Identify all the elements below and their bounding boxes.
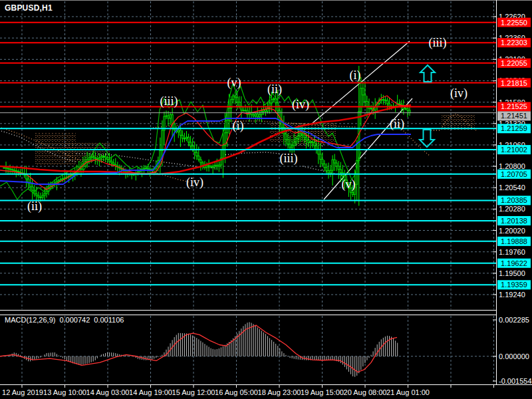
candle-body bbox=[291, 146, 293, 148]
time-label: 14 Aug 19:00 bbox=[129, 388, 172, 396]
up-arrow-icon[interactable] bbox=[420, 65, 435, 82]
candle-body bbox=[180, 130, 181, 136]
candle-body bbox=[44, 194, 45, 196]
wave-label: (iv) bbox=[186, 176, 203, 190]
candle-body bbox=[98, 158, 100, 159]
candle-body bbox=[287, 140, 289, 144]
candle-body bbox=[7, 168, 9, 169]
chart-canvas[interactable]: (ii)(iii)(iv)(i)(v)(ii)(iv)(iii)(v)(i)(i… bbox=[0, 0, 532, 399]
candle-body bbox=[104, 156, 106, 158]
support-price-badge-text: 1.21002 bbox=[501, 146, 527, 154]
wave-label: (v) bbox=[342, 178, 356, 192]
candle-body bbox=[380, 100, 382, 100]
candle-body bbox=[370, 108, 372, 109]
candle-body bbox=[178, 130, 179, 132]
candle-body bbox=[125, 171, 126, 172]
support-price-badge-text: 1.20385 bbox=[501, 196, 527, 204]
candle-body bbox=[170, 114, 171, 118]
candle-body bbox=[386, 100, 388, 104]
candle-body bbox=[338, 166, 339, 170]
candle-body bbox=[255, 114, 256, 116]
candle-body bbox=[46, 191, 47, 194]
candle-body bbox=[212, 166, 213, 168]
candle-body bbox=[233, 96, 234, 100]
candle-body bbox=[198, 156, 200, 160]
candle-body bbox=[32, 187, 33, 190]
candle-body bbox=[235, 96, 236, 97]
time-label: 19 Aug 15:00 bbox=[301, 388, 344, 396]
macd-name: MACD(12,26,9) bbox=[5, 316, 55, 324]
wave-label: (i) bbox=[233, 119, 244, 133]
candle-body bbox=[243, 110, 244, 111]
candle-body bbox=[188, 137, 189, 142]
macd-scale-label: 0.002285 bbox=[499, 316, 529, 324]
candle-body bbox=[297, 136, 299, 139]
candle-body bbox=[222, 146, 223, 158]
candle-body bbox=[166, 116, 167, 116]
wave-label: (ii) bbox=[27, 200, 42, 213]
candle-body bbox=[216, 165, 217, 166]
wave-label: (ii) bbox=[390, 117, 404, 131]
candle-body bbox=[364, 95, 366, 102]
candle-body bbox=[62, 179, 63, 180]
macd-scale-label: -0.001554 bbox=[499, 377, 532, 385]
candle-body bbox=[111, 161, 112, 163]
senkou-span-b-dotted bbox=[223, 152, 279, 155]
grid bbox=[0, 1, 496, 384]
chart-window: (ii)(iii)(iv)(i)(v)(ii)(iv)(iii)(v)(i)(i… bbox=[0, 0, 532, 399]
macd-main-value: 0.000742 bbox=[59, 316, 90, 324]
candle-body bbox=[320, 154, 321, 160]
cloud-dot-region bbox=[442, 115, 475, 130]
candle-body bbox=[289, 144, 291, 148]
candle-body bbox=[206, 166, 207, 168]
support-price-badge-text: 1.20705 bbox=[501, 170, 527, 178]
time-label: 20 Aug 08:00 bbox=[344, 388, 387, 396]
candle-body bbox=[273, 98, 275, 100]
time-label: 16 Aug 05:00 bbox=[215, 388, 258, 396]
price-scale[interactable]: 1.226201.223601.221001.218401.215801.213… bbox=[493, 13, 531, 299]
candle-body bbox=[100, 156, 102, 158]
candle-body bbox=[352, 192, 354, 194]
price-tick-label: 1.19240 bbox=[499, 291, 525, 299]
down-arrow-icon[interactable] bbox=[420, 130, 434, 147]
candle-body bbox=[384, 100, 386, 100]
time-label: 21 Aug 01:00 bbox=[386, 388, 430, 396]
candle-body bbox=[253, 114, 254, 116]
candle-body bbox=[25, 175, 27, 179]
candle-body bbox=[334, 160, 335, 163]
time-scale[interactable]: 12 Aug 201913 Aug 10:0014 Aug 03:0014 Au… bbox=[2, 385, 493, 396]
support-price-badge-text: 1.21259 bbox=[501, 124, 527, 132]
candle-body bbox=[314, 142, 315, 146]
candle-body bbox=[259, 114, 260, 116]
resistance-price-badge-text: 1.22055 bbox=[501, 59, 527, 67]
candle-body bbox=[245, 110, 246, 111]
candle-body bbox=[106, 158, 108, 159]
candle-body bbox=[60, 180, 61, 180]
candle-body bbox=[322, 160, 323, 164]
wave-label: (ii) bbox=[267, 82, 282, 96]
candle-body bbox=[257, 114, 258, 117]
symbol-period-label: GBPUSD,H1 bbox=[5, 3, 53, 13]
candle-body bbox=[309, 142, 311, 142]
candle-body bbox=[237, 97, 238, 102]
candle-body bbox=[407, 108, 408, 110]
candle-body bbox=[366, 101, 368, 106]
candle-body bbox=[113, 163, 114, 164]
candle-body bbox=[192, 146, 194, 150]
time-label: 13 Aug 10:00 bbox=[43, 388, 86, 396]
candle-body bbox=[200, 160, 201, 163]
candle-body bbox=[358, 112, 360, 161]
price-tick-label: 1.20540 bbox=[499, 184, 525, 192]
support-price-badge-text: 1.20138 bbox=[501, 217, 527, 225]
macd-pane[interactable]: 0.0022850.000000-0.001554 bbox=[0, 316, 532, 385]
candle-body bbox=[56, 182, 57, 183]
candle-body bbox=[336, 163, 337, 166]
candle-body bbox=[340, 170, 341, 173]
candle-body bbox=[94, 158, 96, 159]
resistance-price-badge-text: 1.22303 bbox=[501, 39, 527, 47]
candle-body bbox=[210, 166, 211, 167]
candle-body bbox=[303, 135, 305, 138]
candle-body bbox=[226, 120, 227, 133]
candle-body bbox=[186, 137, 187, 138]
candle-body bbox=[214, 165, 215, 166]
